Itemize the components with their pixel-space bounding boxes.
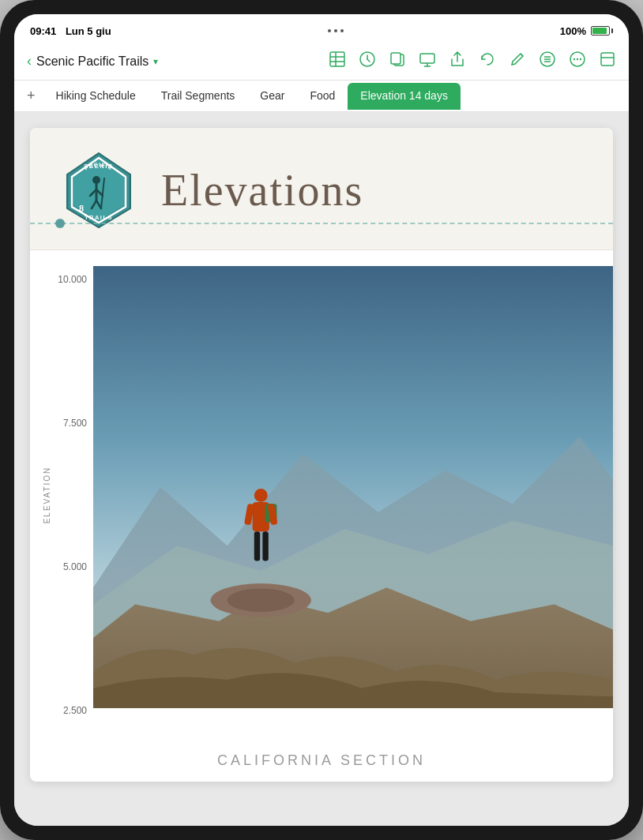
y-value-5000: 5.000 [63,561,87,572]
doc-header: SCENIC PACIFIC TRAILS 8 [30,128,613,250]
tab-food[interactable]: Food [297,83,348,110]
pencil-icon[interactable] [509,51,526,72]
doc-title-main: Elevations [161,165,363,216]
y-value-10000: 10.000 [58,274,87,285]
y-axis: ELEVATION 10.000 7.500 5.000 2.500 [30,266,93,724]
ipad-screen: 09:41 Lun 5 giu 100% ‹ Scen [14,14,629,826]
ipad-frame: 09:41 Lun 5 giu 100% ‹ Scen [0,0,643,840]
dashed-dot-decoration [55,219,65,228]
svg-point-20 [580,58,581,60]
add-tab-button[interactable]: + [27,81,43,111]
status-day: Lun 5 giu [66,25,111,37]
svg-rect-9 [420,54,434,63]
svg-line-12 [521,54,523,56]
title-chevron-icon[interactable]: ▾ [153,56,158,67]
toolbar-left: ‹ Scenic Pacific Trails ▾ [27,53,319,69]
dashed-line-decoration [30,223,613,224]
svg-line-6 [367,59,370,62]
toolbar-icons [329,51,616,72]
mountain-photo [93,266,613,708]
toolbar: ‹ Scenic Pacific Trails ▾ [14,43,629,81]
tab-bar: + Hiking Schedule Trail Segments Gear Fo… [14,81,629,112]
collapse-icon[interactable] [599,51,616,72]
present-icon[interactable] [419,51,436,72]
back-button[interactable]: ‹ [27,53,32,69]
svg-rect-0 [330,52,344,66]
menu-icon[interactable] [539,51,556,72]
svg-rect-8 [391,53,400,64]
battery-percent: 100% [560,25,586,37]
more-icon[interactable] [569,51,586,72]
y-axis-values: 10.000 7.500 5.000 2.500 [30,274,93,716]
svg-point-35 [254,489,268,502]
tab-hiking-schedule[interactable]: Hiking Schedule [43,83,149,110]
table-icon[interactable] [329,51,346,72]
svg-point-43 [227,588,295,612]
chart-content [93,266,613,708]
chart-area: ELEVATION 10.000 7.500 5.000 2.500 [30,250,613,740]
y-value-2500: 2.500 [63,705,87,716]
status-center [328,29,344,32]
svg-point-18 [573,58,575,60]
tab-gear[interactable]: Gear [247,83,297,110]
bottom-section-text: CALIFORNIA SECTION [30,740,613,782]
main-content[interactable]: SCENIC PACIFIC TRAILS 8 [14,112,629,826]
svg-text:TRAILS: TRAILS [85,214,113,221]
doc-title-area: Elevations [161,165,363,216]
status-time: 09:41 [30,25,56,37]
battery-icon [591,26,613,36]
svg-text:8: 8 [79,204,84,213]
status-left: 09:41 Lun 5 giu [30,25,111,37]
california-section-label: CALIFORNIA SECTION [217,752,426,768]
status-right: 100% [560,25,613,37]
refresh-icon[interactable] [479,51,496,72]
clock-icon[interactable] [359,51,376,72]
svg-point-19 [577,58,578,60]
svg-rect-39 [262,531,268,561]
document-title: Scenic Pacific Trails [36,54,149,69]
svg-rect-21 [601,53,614,66]
logo-container: SCENIC PACIFIC TRAILS 8 [55,147,142,234]
tab-elevation[interactable]: Elevation 14 days [348,83,461,110]
copy-icon[interactable] [389,51,406,72]
status-bar: 09:41 Lun 5 giu 100% [14,14,629,43]
svg-rect-38 [254,531,260,561]
y-axis-label: ELEVATION [43,467,51,524]
document-card: SCENIC PACIFIC TRAILS 8 [30,128,613,782]
tab-trail-segments[interactable]: Trail Segments [149,83,248,110]
y-value-7500: 7.500 [63,418,87,429]
share-icon[interactable] [449,51,466,72]
